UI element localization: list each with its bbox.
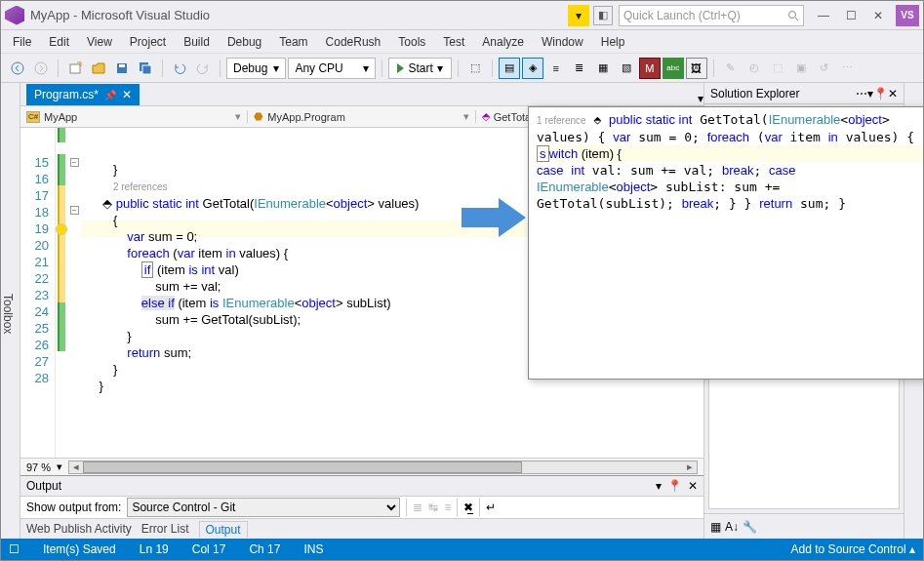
output-tool-3[interactable]: ≡ — [444, 501, 451, 514]
se-close-icon[interactable]: ✕ — [888, 87, 898, 100]
indent-icon[interactable]: ≡ — [545, 58, 567, 79]
fold-toggle[interactable]: − — [70, 158, 79, 167]
document-tabs: Program.cs* 📌 ✕ ▾ — [20, 83, 703, 106]
notification-icon[interactable]: ◧ — [593, 6, 613, 25]
menu-debug[interactable]: Debug — [220, 33, 269, 51]
toolbar-image-icon[interactable]: 🖼 — [686, 58, 707, 79]
status-bar: ☐ Item(s) Saved Ln 19 Col 17 Ch 17 INS A… — [1, 539, 923, 560]
toolbox-tab[interactable]: Toolbox — [1, 83, 20, 539]
save-all-button[interactable] — [135, 58, 156, 79]
status-line: Ln 19 — [140, 542, 169, 556]
popup-codelens[interactable]: 1 reference — [537, 115, 586, 126]
close-button[interactable]: ✕ — [864, 4, 892, 27]
status-icon: ☐ — [9, 542, 20, 556]
search-icon — [787, 10, 799, 21]
toolbar-m-icon[interactable]: M — [639, 58, 661, 79]
toolbar-dim-5[interactable]: ↺ — [814, 58, 835, 79]
show-output-select[interactable]: Source Control - Git — [127, 498, 400, 517]
tab-output[interactable]: Output — [199, 521, 248, 538]
config-dropdown[interactable]: Debug▾ — [226, 58, 286, 79]
editor-main: Program.cs* 📌 ✕ ▾ C#MyApp▾ ⬣MyApp.Progra… — [20, 83, 703, 539]
svg-rect-8 — [142, 65, 151, 74]
horizontal-scrollbar[interactable]: ◂ ▸ — [68, 461, 698, 474]
output-clear-icon[interactable]: ✖̲ — [463, 501, 473, 514]
output-dropdown-icon[interactable]: ▾ — [656, 479, 662, 493]
menu-coderush[interactable]: CodeRush — [318, 33, 389, 51]
prop-cat-icon[interactable]: ▦ — [710, 520, 721, 534]
menu-window[interactable]: Window — [534, 33, 591, 51]
menu-team[interactable]: Team — [271, 33, 315, 51]
menu-build[interactable]: Build — [176, 33, 218, 51]
menu-help[interactable]: Help — [593, 33, 633, 51]
lightbulb-icon[interactable] — [56, 223, 67, 235]
output-tool-1[interactable]: ≣ — [413, 501, 422, 514]
output-tool-2[interactable]: ↹ — [428, 501, 438, 514]
prop-az-icon[interactable]: A↓ — [725, 520, 739, 534]
nav-project[interactable]: C#MyApp▾ — [20, 110, 248, 123]
tab-web-publish[interactable]: Web Publish Activity — [26, 522, 132, 536]
output-close-icon[interactable]: ✕ — [688, 479, 698, 493]
window-title: MyApp - Microsoft Visual Studio — [30, 8, 210, 22]
undo-button[interactable] — [169, 58, 190, 79]
menu-project[interactable]: Project — [122, 33, 174, 51]
new-project-button[interactable] — [64, 58, 86, 79]
feedback-flag-icon[interactable]: ▾ — [568, 5, 589, 26]
se-menu-icon[interactable]: ⋯ — [856, 87, 867, 100]
toolbar-dim-6[interactable]: ⋯ — [837, 58, 859, 79]
tab-error-list[interactable]: Error List — [141, 522, 189, 536]
class-icon: ⬣ — [254, 110, 263, 123]
start-debug-button[interactable]: Start▾ — [388, 58, 451, 79]
minimize-button[interactable]: — — [810, 4, 837, 27]
status-saved: Item(s) Saved — [43, 542, 116, 556]
toolbar-dim-4[interactable]: ▣ — [790, 58, 812, 79]
menu-analyze[interactable]: Analyze — [474, 33, 532, 51]
svg-point-3 — [35, 62, 47, 74]
zoom-level[interactable]: 97 % — [26, 461, 51, 473]
close-tab-icon[interactable]: ✕ — [122, 88, 132, 101]
menubar: File Edit View Project Build Debug Team … — [1, 30, 923, 54]
status-source-control[interactable]: Add to Source Control ▴ — [791, 542, 915, 556]
codelens-references[interactable]: 2 references — [113, 181, 168, 192]
fold-gutter: − − — [67, 128, 81, 458]
prop-wrench-icon[interactable]: 🔧 — [743, 520, 757, 534]
pin-icon[interactable]: 📌 — [104, 90, 116, 100]
toolbar-dim-2[interactable]: ◴ — [743, 58, 765, 79]
fold-toggle[interactable]: − — [70, 206, 79, 215]
menu-view[interactable]: View — [79, 33, 120, 51]
output-pin-icon[interactable]: 📍 — [667, 479, 682, 493]
menu-test[interactable]: Test — [435, 33, 472, 51]
toolbar-highlight-1[interactable]: ▤ — [499, 58, 520, 79]
vs-account-badge[interactable]: VS — [896, 5, 919, 26]
se-pin-icon[interactable]: 📍 — [873, 87, 888, 100]
quick-launch-input[interactable]: Quick Launch (Ctrl+Q) — [619, 5, 804, 26]
uncomment-icon[interactable]: ▧ — [616, 58, 637, 79]
svg-point-0 — [789, 11, 796, 18]
menu-file[interactable]: File — [5, 33, 39, 51]
platform-dropdown[interactable]: Any CPU▾ — [288, 58, 376, 79]
open-file-button[interactable] — [88, 58, 109, 79]
menu-edit[interactable]: Edit — [41, 33, 77, 51]
output-wrap-icon[interactable]: ↵ — [486, 501, 496, 514]
svg-rect-4 — [70, 64, 80, 73]
file-tab[interactable]: Program.cs* 📌 ✕ — [26, 84, 140, 105]
toolbar-dim-3[interactable]: ⬚ — [767, 58, 788, 79]
method-icon: ⬘ — [482, 110, 490, 123]
maximize-button[interactable]: ☐ — [837, 4, 864, 27]
refactor-preview-popup: 1 reference ⬘ public static int GetTotal… — [528, 106, 924, 380]
output-tabs: Web Publish Activity Error List Output — [20, 519, 703, 539]
toolbar-highlight-2[interactable]: ◈ — [522, 58, 543, 79]
comment-icon[interactable]: ▦ — [592, 58, 614, 79]
toolbar-dim-1[interactable]: ✎ — [720, 58, 742, 79]
toolbar-abc-icon[interactable]: abc — [663, 58, 684, 79]
editor-area: 1516171819202122232425262728 − − — [20, 128, 703, 458]
outdent-icon[interactable]: ≣ — [569, 58, 590, 79]
toolbar-icon-1[interactable]: ⬚ — [464, 58, 486, 79]
nav-forward-button[interactable] — [30, 58, 52, 79]
redo-button[interactable] — [192, 58, 214, 79]
titlebar: MyApp - Microsoft Visual Studio ▾ ◧ Quic… — [1, 1, 923, 30]
menu-tools[interactable]: Tools — [390, 33, 433, 51]
nav-class[interactable]: ⬣MyApp.Program▾ — [248, 110, 475, 123]
nav-back-button[interactable] — [7, 58, 28, 79]
save-button[interactable] — [111, 58, 133, 79]
quick-launch-placeholder: Quick Launch (Ctrl+Q) — [623, 9, 741, 22]
